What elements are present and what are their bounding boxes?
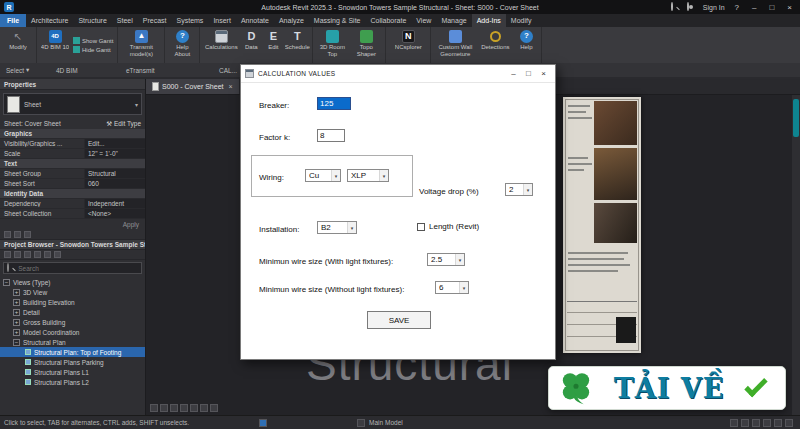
tab-file[interactable]: File [0, 14, 26, 27]
type-selector[interactable]: Sheet ▾ [3, 93, 142, 115]
design-options-icon[interactable] [357, 419, 365, 427]
detections-button[interactable]: Detections [477, 28, 513, 62]
scale-icon[interactable] [150, 404, 158, 412]
collapse-icon[interactable]: − [13, 339, 20, 346]
edit-graphics-button[interactable]: Edit... [84, 139, 145, 148]
select-links-icon[interactable] [774, 419, 782, 427]
search-icon[interactable] [671, 3, 680, 12]
filter-icon[interactable] [24, 231, 31, 238]
panel-caption-cal[interactable]: CAL... [219, 63, 237, 77]
user-icon[interactable] [687, 3, 696, 12]
tab-steel[interactable]: Steel [112, 14, 138, 27]
revit-app-icon[interactable]: R [4, 2, 14, 12]
tab-add-ins[interactable]: Add-Ins [472, 14, 506, 27]
expand-icon[interactable]: + [13, 309, 20, 316]
data-button[interactable]: D Data [240, 28, 262, 62]
browser-home-icon[interactable] [4, 251, 11, 258]
view-tab-cover-sheet[interactable]: S000 - Cover Sheet × [146, 79, 240, 94]
calculations-button[interactable]: Calculations [202, 28, 240, 62]
detail-level-icon[interactable] [160, 404, 168, 412]
tab-view[interactable]: View [411, 14, 436, 27]
wiring-material-dropdown[interactable]: Cu ▾ [305, 169, 341, 182]
scale-value[interactable]: 12" = 1'-0" [84, 149, 145, 158]
tree-item[interactable]: + Model Coordination [0, 327, 145, 337]
browser-search-box[interactable] [3, 262, 142, 274]
expand-icon[interactable]: + [13, 299, 20, 306]
modify-button[interactable]: ↖ Modify [2, 28, 34, 62]
tab-architecture[interactable]: Architecture [26, 14, 73, 27]
dialog-title-bar[interactable]: CALCULATION VALUES – □ × [241, 65, 555, 83]
ncsplorer-button[interactable]: N NCsplorer [388, 28, 428, 62]
exclude-options-icon[interactable] [741, 419, 749, 427]
save-button[interactable]: SAVE [367, 311, 431, 329]
sheet-group-value[interactable]: Structural [84, 169, 145, 178]
installation-dropdown[interactable]: B2 ▾ [317, 221, 357, 234]
tab-modify[interactable]: Modify [506, 14, 537, 27]
browser-settings-icon[interactable] [44, 251, 51, 258]
4d-bim-button[interactable]: 4D 4D BIM 10 [39, 28, 71, 62]
custom-wall-button[interactable]: Custom Wall Geometure [433, 28, 477, 62]
help-button[interactable]: ? Help [513, 28, 539, 62]
search-input[interactable] [18, 265, 138, 272]
filter-icon[interactable] [785, 419, 793, 427]
panel-caption-select[interactable]: Select ▾ [6, 63, 29, 77]
sort-icon[interactable] [4, 231, 11, 238]
tab-analyze[interactable]: Analyze [274, 14, 309, 27]
close-view-icon[interactable]: × [228, 83, 232, 90]
browser-star-icon[interactable] [14, 251, 21, 258]
tree-item[interactable]: + 3D View [0, 287, 145, 297]
voltage-drop-dropdown[interactable]: 2 ▾ [505, 183, 533, 196]
dialog-maximize-button[interactable]: □ [521, 67, 536, 81]
tree-item[interactable]: + Building Elevation [0, 297, 145, 307]
sheet-collection-value[interactable]: <None> [84, 209, 145, 218]
dependency-value[interactable]: Independent [84, 199, 145, 208]
browser-link-icon[interactable] [54, 251, 61, 258]
topo-shaper-button[interactable]: Topo Shaper [349, 28, 383, 62]
min-wire-without-dropdown[interactable]: 6 ▾ [435, 281, 469, 294]
close-button[interactable]: × [784, 3, 795, 12]
shadows-icon[interactable] [190, 404, 198, 412]
main-model-label[interactable]: Main Model [369, 419, 403, 426]
apply-button[interactable]: Apply [123, 221, 139, 228]
tree-item[interactable]: + Gross Building [0, 317, 145, 327]
factor-k-input[interactable] [317, 129, 345, 142]
press-drag-icon[interactable] [752, 419, 760, 427]
expand-icon[interactable]: + [13, 319, 20, 326]
worksharing-icon[interactable] [259, 419, 267, 427]
download-banner[interactable]: TẢI VỀ [548, 366, 786, 410]
sheet-sort-value[interactable]: 060 [84, 179, 145, 188]
sign-in-button[interactable]: Sign In [703, 4, 725, 11]
cover-sheet[interactable] [563, 97, 641, 353]
tab-manage[interactable]: Manage [436, 14, 471, 27]
3d-room-top-button[interactable]: 3D Room Top [315, 28, 349, 62]
vertical-scrollbar[interactable] [792, 95, 800, 415]
maximize-button[interactable]: □ [766, 3, 777, 12]
group-icon[interactable] [14, 231, 21, 238]
tree-item-selected[interactable]: Structural Plan: Top of Footing [0, 347, 145, 357]
tab-insert[interactable]: Insert [208, 14, 236, 27]
dialog-minimize-button[interactable]: – [506, 67, 521, 81]
length-revit-checkbox[interactable]: Length (Revit) [417, 222, 479, 231]
show-gantt-button[interactable]: Show Gantt [73, 37, 113, 44]
min-wire-with-dropdown[interactable]: 2.5 ▾ [427, 253, 465, 266]
browser-expand-icon[interactable] [34, 251, 41, 258]
edit-type-button[interactable]: ⚒ Edit Type [106, 120, 141, 128]
dialog-close-button[interactable]: × [536, 67, 551, 81]
tab-annotate[interactable]: Annotate [236, 14, 274, 27]
collapse-icon[interactable]: − [3, 279, 10, 286]
tree-item[interactable]: Structural Plans L2 [0, 377, 145, 387]
tree-item[interactable]: − Views (Type) [0, 277, 145, 287]
edit-button[interactable]: E Edit [262, 28, 284, 62]
editable-only-icon[interactable] [730, 419, 738, 427]
tab-structure[interactable]: Structure [73, 14, 111, 27]
sun-path-icon[interactable] [180, 404, 188, 412]
tab-massing-site[interactable]: Massing & Site [309, 14, 366, 27]
transmit-models-button[interactable]: ▲ Transmit model(s) [120, 28, 162, 62]
crop-view-icon[interactable] [200, 404, 208, 412]
temporary-hide-icon[interactable] [210, 404, 218, 412]
background-processes-icon[interactable] [763, 419, 771, 427]
hide-gantt-button[interactable]: Hide Gantt [73, 46, 113, 53]
panel-caption-4dbim[interactable]: 4D BIM [56, 63, 78, 77]
browser-collapse-icon[interactable] [24, 251, 31, 258]
help-icon[interactable]: ? [732, 3, 742, 12]
